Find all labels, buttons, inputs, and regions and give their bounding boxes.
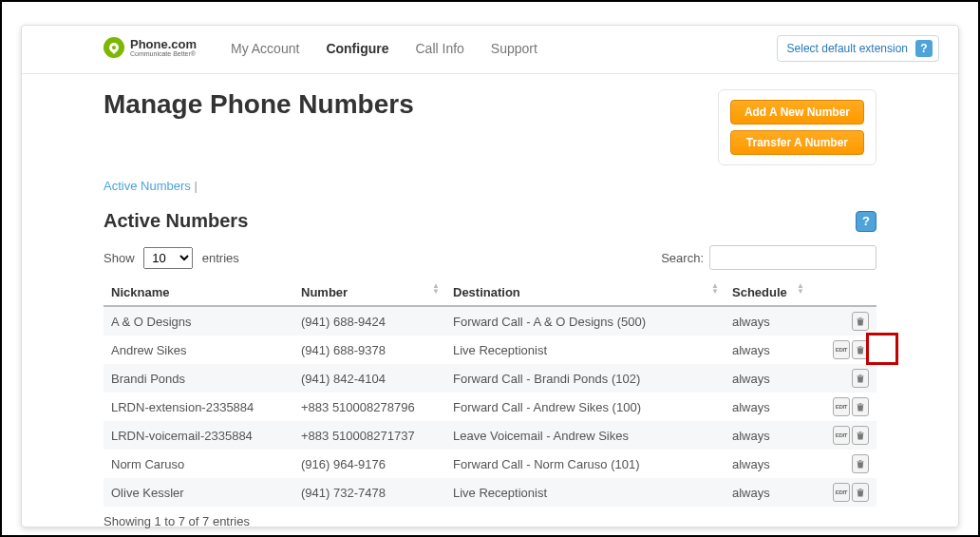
- brand-logo: Phone.com Communicate Better®: [104, 37, 197, 58]
- table-info: Showing 1 to 7 of 7 entries: [104, 514, 876, 528]
- cell-actions: EDIT: [810, 421, 876, 450]
- trash-icon[interactable]: [852, 397, 869, 416]
- sort-icon: ▲▼: [797, 283, 804, 295]
- cell-nickname: Norm Caruso: [104, 450, 293, 478]
- table-row: A & O Designs(941) 688-9424Forward Call …: [104, 306, 876, 336]
- search-input[interactable]: [709, 245, 876, 270]
- col-nickname[interactable]: Nickname: [104, 279, 293, 306]
- cell-destination: Live Receptionist: [445, 478, 725, 507]
- add-number-button[interactable]: Add A New Number: [730, 100, 864, 125]
- section-title: Active Numbers: [104, 210, 248, 232]
- cell-number: (941) 688-9378: [293, 336, 445, 364]
- edit-icon[interactable]: EDIT: [833, 340, 850, 359]
- table-row: Norm Caruso(916) 964-9176Forward Call - …: [104, 450, 876, 478]
- trash-icon[interactable]: [852, 312, 869, 331]
- trash-icon[interactable]: [852, 340, 869, 359]
- col-destination[interactable]: Destination▲▼: [445, 279, 725, 306]
- entries-select[interactable]: 102550100: [143, 247, 193, 269]
- cell-nickname: Olive Kessler: [104, 478, 293, 507]
- cell-number: (916) 964-9176: [293, 450, 445, 478]
- logo-icon: [104, 37, 124, 58]
- edit-icon[interactable]: EDIT: [833, 397, 850, 416]
- search-label: Search:: [661, 251, 704, 265]
- table-row: Andrew Sikes(941) 688-9378Live Reception…: [104, 336, 876, 364]
- edit-icon[interactable]: EDIT: [833, 483, 850, 502]
- cell-actions: EDIT: [810, 336, 876, 364]
- cell-actions: EDIT: [810, 393, 876, 421]
- cell-schedule: always: [725, 364, 810, 393]
- cell-destination: Forward Call - Norm Caruso (101): [445, 450, 725, 478]
- edit-icon[interactable]: EDIT: [833, 426, 850, 445]
- brand-tagline: Communicate Better®: [130, 50, 197, 57]
- trash-icon[interactable]: [852, 369, 869, 388]
- nav-item[interactable]: My Account: [231, 41, 299, 56]
- col-number[interactable]: Number▲▼: [293, 279, 445, 306]
- cell-actions: EDIT: [810, 478, 876, 507]
- help-icon[interactable]: ?: [915, 40, 933, 57]
- cell-nickname: LRDN-extension-2335884: [104, 393, 293, 421]
- cell-destination: Live Receptionist: [445, 336, 725, 364]
- cell-actions: [810, 364, 876, 393]
- col-schedule[interactable]: Schedule▲▼: [725, 279, 810, 306]
- table-row: LRDN-extension-2335884+883 510008278796F…: [104, 393, 876, 421]
- cell-destination: Forward Call - A & O Designs (500): [445, 306, 725, 336]
- table-row: Olive Kessler(941) 732-7478Live Receptio…: [104, 478, 876, 507]
- cell-number: (941) 732-7478: [293, 478, 445, 507]
- default-extension-select[interactable]: Select default extension ?: [777, 35, 939, 62]
- cell-nickname: Brandi Ponds: [104, 364, 293, 393]
- nav-item[interactable]: Support: [491, 41, 537, 56]
- main-nav: My AccountConfigureCall InfoSupport: [231, 41, 537, 56]
- cell-schedule: always: [725, 306, 810, 336]
- breadcrumb-sep: |: [194, 179, 197, 193]
- cell-schedule: always: [725, 421, 810, 450]
- section-help-icon[interactable]: ?: [856, 211, 876, 232]
- cell-nickname: A & O Designs: [104, 306, 293, 336]
- trash-icon[interactable]: [852, 426, 869, 445]
- nav-item[interactable]: Configure: [326, 41, 388, 56]
- cell-destination: Forward Call - Andrew Sikes (100): [445, 393, 725, 421]
- cell-destination: Leave Voicemail - Andrew Sikes: [445, 421, 725, 450]
- cell-schedule: always: [725, 450, 810, 478]
- col-actions: [810, 279, 876, 306]
- breadcrumb-link[interactable]: Active Numbers: [104, 179, 191, 193]
- trash-icon[interactable]: [852, 454, 869, 473]
- nav-item[interactable]: Call Info: [415, 41, 463, 56]
- page-title: Manage Phone Numbers: [104, 89, 414, 120]
- cell-number: +883 510008278796: [293, 393, 445, 421]
- breadcrumb: Active Numbers |: [104, 179, 876, 193]
- action-panel: Add A New Number Transfer A Number: [718, 89, 876, 165]
- brand-name: Phone.com: [130, 38, 197, 50]
- cell-nickname: LRDN-voicemail-2335884: [104, 421, 293, 450]
- numbers-table: Nickname Number▲▼ Destination▲▼ Schedule…: [104, 279, 876, 507]
- trash-icon[interactable]: [852, 483, 869, 502]
- table-row: LRDN-voicemail-2335884+883 510008271737L…: [104, 421, 876, 450]
- cell-number: +883 510008271737: [293, 421, 445, 450]
- cell-number: (941) 688-9424: [293, 306, 445, 336]
- cell-nickname: Andrew Sikes: [104, 336, 293, 364]
- sort-icon: ▲▼: [711, 283, 719, 295]
- transfer-number-button[interactable]: Transfer A Number: [730, 130, 864, 155]
- cell-destination: Forward Call - Brandi Ponds (102): [445, 364, 725, 393]
- cell-schedule: always: [725, 478, 810, 507]
- cell-schedule: always: [725, 336, 810, 364]
- sort-icon: ▲▼: [432, 283, 440, 295]
- cell-schedule: always: [725, 393, 810, 421]
- cell-number: (941) 842-4104: [293, 364, 445, 393]
- cell-actions: [810, 306, 876, 336]
- entries-control: Show 102550100 entries: [104, 247, 239, 269]
- table-row: Brandi Ponds(941) 842-4104Forward Call -…: [104, 364, 876, 393]
- ext-select-label: Select default extension: [787, 42, 908, 55]
- cell-actions: [810, 450, 876, 478]
